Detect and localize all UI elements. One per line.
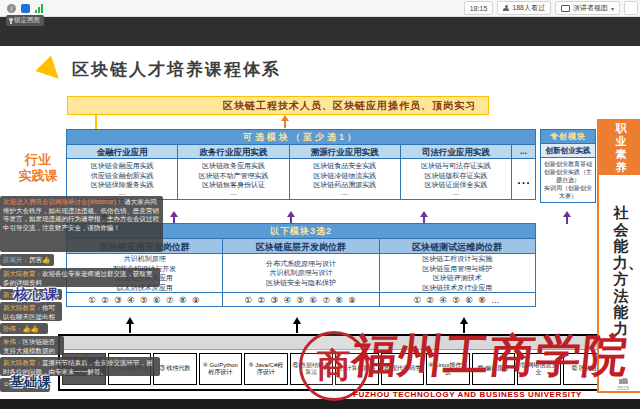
label-basic-courses: 基础课 xyxy=(10,373,52,391)
course-item: 创新创业教育基础 xyxy=(542,160,594,168)
course-item: 实训周（创新创业大赛） xyxy=(542,184,594,200)
flow-arrow xyxy=(281,115,289,121)
label-industry-practice: 行业 实践课 xyxy=(12,152,64,184)
vocational-quality-tab: 职业素养 xyxy=(599,121,640,175)
ellipsis-dash: --- xyxy=(290,190,400,198)
course-item: 供应链金融创新实践 xyxy=(67,171,177,181)
special-module-subheader: 创新创业实践 xyxy=(541,143,595,158)
chat-text: 厉害👍 xyxy=(29,256,50,263)
special-module-header: 专创模块 xyxy=(541,130,595,143)
view-mode-dropdown[interactable]: 演讲者视图 ▾ xyxy=(555,1,620,15)
course-item: 区块链食品安全实践 xyxy=(290,161,400,171)
seal-character: 商 xyxy=(317,343,351,389)
special-module-panel: 专创模块 创新创业实践 创新创业教育基础 创新创业实践（主题自选） 实训周（创新… xyxy=(540,129,596,203)
course-item: 区块链应用管理与维护 xyxy=(380,264,535,274)
chat-sender: 苏寓芳： xyxy=(3,256,29,263)
label-line: 行业 xyxy=(12,152,64,168)
chat-sender: 新大陆教育： xyxy=(3,304,42,311)
column-courses: 分布式系统原理与设计 共识机制原理与设计 区块链安全与隐私保护 xyxy=(222,254,378,292)
special-module-courses: 创新创业教育基础 创新创业实践（主题自选） 实训周（创新创业大赛） xyxy=(541,158,595,202)
chevron-down-icon: ▾ xyxy=(611,5,614,12)
abilities-vertical-text: 社会能力、方法能力 xyxy=(613,205,629,337)
column-courses: 区块链工程设计与实施 区块链应用管理与维护 区块链评测技术 区块链技术及行业应用 xyxy=(379,254,535,292)
course-numbers: ① ② ③ ④ ⑤ ⑥ ⑦ ⑧ ⑨ xyxy=(67,292,222,306)
course-item: 区块链安全与隐私保护 xyxy=(223,278,378,288)
tab-label: 职业素养 xyxy=(615,122,628,174)
course-item: 区块链工程设计与实施 xyxy=(380,254,535,264)
more-columns-title: ... xyxy=(511,144,535,159)
pin-view-button[interactable]: 锁定画面 xyxy=(6,15,44,26)
network-signal-icon xyxy=(35,4,43,13)
optional-module-table: 可选模块（至少选1） 金融行业应用 政务行业应用实践 溯源行业应用实践 司法行业… xyxy=(66,129,536,200)
course-item: 区块链与司法存证实践 xyxy=(401,161,511,171)
chat-sender: 孙伟： xyxy=(3,325,23,332)
course-item: 区块链技术及行业应用 xyxy=(380,283,535,293)
column-title: 区块链底层开发岗位群 xyxy=(222,238,378,254)
more-columns-body: ... xyxy=(511,159,535,199)
course-item: 分布式系统原理与设计 xyxy=(223,259,378,269)
participants-chip[interactable]: 188人看过 xyxy=(497,1,551,15)
column-title: 司法行业应用实践 xyxy=(400,144,511,159)
label-line: 实践课 xyxy=(12,168,64,184)
chat-message: 朱伟：区块链能否支持大规模数据的存储与处理 xyxy=(0,336,64,355)
participants-count: 188人看过 xyxy=(512,3,545,13)
bottom-bar xyxy=(0,399,640,409)
course-item: 区块链版权存证实践 xyxy=(401,171,511,181)
university-watermark: 福州工商学院 xyxy=(349,326,637,386)
ellipsis-dash: --- xyxy=(178,190,288,198)
ellipsis-dash: --- xyxy=(401,190,511,198)
chat-emoji: ☺ xyxy=(3,380,10,387)
overflow-chip[interactable] xyxy=(624,1,638,15)
course-numbers: ① ② ③ ④ ⑤ ⑥ ⑦ ⑧ ⑨ xyxy=(222,292,378,306)
chat-message: 新大陆教育：欢迎各位专家老师通过群交流，获取更多的详细资料 xyxy=(0,268,160,287)
label-core-courses: 核心课 xyxy=(14,286,59,304)
course-item: 共识机制原理 xyxy=(67,254,222,264)
chat-sender: 朱伟： xyxy=(3,338,23,345)
clock-chip: 18:15 xyxy=(464,1,494,15)
slide-logo-icon xyxy=(35,55,66,86)
column-courses: 区块链政务应用实践 区块链不动产管理实践 区块链旅客身份认证 --- xyxy=(177,159,288,199)
optional-module-header: 可选模块（至少选1） xyxy=(67,130,535,144)
pin-icon xyxy=(10,18,12,24)
flow-arrow xyxy=(420,211,428,217)
jobs-banner: 区块链工程技术人员、区块链应用操作员、顶岗实习 xyxy=(67,96,489,115)
chat-message: 孙伟：👍👍👍 xyxy=(0,323,48,334)
info-icon: i xyxy=(7,4,16,13)
column-title: 政务行业应用实践 xyxy=(177,144,288,159)
course-item: 区块链金融应用实践 xyxy=(67,161,177,171)
toolbar-dark-band xyxy=(0,17,640,46)
chat-message: 新大陆教育：你可以在聊天区提出相关问题。 xyxy=(0,302,62,321)
person-icon xyxy=(503,5,509,11)
column-title: 金融行业应用 xyxy=(67,144,177,159)
course-item: 区块链政务应用实践 xyxy=(178,161,288,171)
course-box: ⑤ Java/C#程序设计 xyxy=(244,353,288,385)
column-courses: 区块链金融应用实践 供应链金融创新实践 区块链保险服务实践 --- xyxy=(67,159,177,199)
course-item: 共识机制原理与设计 xyxy=(223,268,378,278)
status-icons: i xyxy=(0,4,43,13)
course-numbers: ① ② ④ ⑤ ⑥ ⑧ … xyxy=(379,292,535,306)
column-title: 溯源行业应用实践 xyxy=(289,144,400,159)
like-button[interactable]: 3525 xyxy=(617,376,629,391)
column-courses: 区块链食品安全实践 区块链冷链物流实践 区块链药品溯源实践 --- xyxy=(289,159,400,199)
chat-sender: 新大陆教育： xyxy=(3,359,42,366)
chat-system-intro: 欢迎进入腾讯会议网络研讨会(Webinar)！ xyxy=(3,198,122,205)
course-item: 创新创业实践（主题自选） xyxy=(542,168,594,184)
flow-arrow xyxy=(287,211,295,217)
course-item: 区块链保险服务实践 xyxy=(67,180,177,190)
course-item: 区块链旅客身份认证 xyxy=(178,180,288,190)
column-courses: 区块链与司法存证实践 区块链版权存证实践 区块链证据保全实践 --- xyxy=(400,159,511,199)
thumbs-up-icon xyxy=(619,376,628,384)
chat-message: 苏寓芳：厉害👍 xyxy=(0,254,54,266)
shield-icon xyxy=(21,4,30,13)
course-item: 区块链证据保全实践 xyxy=(401,180,511,190)
meeting-window: i 18:15 188人看过 演讲者视图 ▾ 锁定画面 区块 xyxy=(0,0,640,409)
chat-sender: 新大陆教育： xyxy=(3,270,42,277)
flow-arrow xyxy=(563,211,571,217)
flow-arrow xyxy=(460,317,468,324)
pin-view-label: 锁定画面 xyxy=(14,16,40,25)
connector-line xyxy=(95,114,97,129)
chat-message: 欢迎进入腾讯会议网络研讨会(Webinar)！ 请大家共同维护大会秩序，如出现违… xyxy=(0,196,163,252)
like-count: 3525 xyxy=(617,385,629,391)
course-item: 区块链药品溯源实践 xyxy=(290,180,400,190)
course-box: ④ Go/Python程序设计 xyxy=(199,353,243,385)
